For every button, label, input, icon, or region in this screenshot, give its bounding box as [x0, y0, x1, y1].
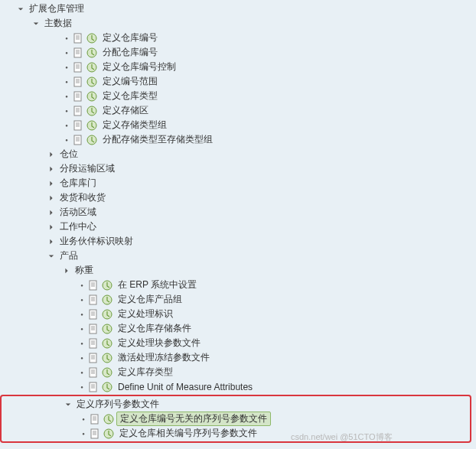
bullet-icon: ●	[61, 62, 72, 73]
tree-node-master-data[interactable]: 主数据	[0, 16, 476, 31]
chevron-right-icon[interactable]	[61, 265, 72, 276]
tree-leaf[interactable]: ●定义处理块参数文件	[0, 336, 476, 350]
execute-icon[interactable]	[101, 294, 113, 306]
node-label: 仓位	[57, 148, 78, 161]
document-icon	[72, 105, 84, 117]
execute-icon[interactable]	[101, 337, 113, 350]
tree-node-collapsed[interactable]: 仓库库门	[0, 176, 476, 190]
chevron-right-icon[interactable]	[46, 207, 57, 218]
tree-leaf[interactable]: ●定义处理标识	[0, 307, 476, 321]
execute-icon[interactable]	[86, 61, 98, 73]
node-label: 分配存储类型至存储类型组	[99, 133, 213, 146]
execute-icon[interactable]	[101, 323, 113, 335]
svg-rect-30	[90, 382, 96, 392]
document-icon	[87, 294, 99, 306]
chevron-down-icon[interactable]	[15, 4, 26, 15]
tree-leaf[interactable]: ●定义编号范围	[0, 74, 476, 89]
svg-rect-10	[74, 106, 81, 116]
node-label: 定义仓库编号无关的序列号参数文件	[116, 412, 271, 426]
tree-node-collapsed[interactable]: 分段运输区域	[0, 161, 476, 176]
tree-node-collapsed[interactable]: 称重	[0, 263, 476, 278]
tree-node-collapsed[interactable]: 发货和收货	[0, 190, 476, 205]
tree-leaf[interactable]: ●定义仓库编号控制	[0, 60, 476, 74]
bullet-icon: ●	[61, 47, 72, 58]
tree-leaf[interactable]: ●定义存储类型组	[0, 118, 476, 132]
bullet-icon: ●	[61, 120, 72, 131]
tree-leaf[interactable]: ●分配仓库编号	[0, 45, 476, 60]
tree-leaf[interactable]: ●定义仓库类型	[0, 89, 476, 103]
execute-icon[interactable]	[101, 352, 113, 364]
chevron-right-icon[interactable]	[46, 164, 57, 174]
bullet-icon: ●	[61, 76, 72, 87]
document-icon	[87, 366, 99, 379]
execute-icon[interactable]	[86, 134, 98, 146]
node-label: 分段运输区域	[57, 162, 115, 175]
execute-icon[interactable]	[101, 366, 113, 379]
svg-rect-8	[74, 92, 81, 101]
tree-leaf[interactable]: ●定义仓库存储条件	[0, 321, 476, 336]
tree-leaf[interactable]: ●定义库存类型	[0, 365, 476, 379]
document-icon	[87, 308, 99, 320]
chevron-right-icon[interactable]	[46, 193, 57, 203]
execute-icon[interactable]	[86, 76, 98, 88]
tree-node-collapsed[interactable]: 业务伙伴标识映射	[0, 234, 476, 249]
node-label: 定义处理标识	[115, 307, 173, 320]
execute-icon[interactable]	[103, 428, 115, 440]
node-label: 定义仓库相关编号序列号参数文件	[116, 427, 257, 440]
tree-node-root[interactable]: 扩展仓库管理	[0, 2, 476, 16]
chevron-down-icon[interactable]	[63, 399, 73, 410]
tree-leaf[interactable]: ●在 ERP 系统中设置	[0, 278, 476, 292]
execute-icon[interactable]	[86, 32, 98, 44]
bullet-icon: ●	[61, 106, 72, 116]
tree-leaf[interactable]: ●Define Unit of Measure Attributes	[0, 379, 476, 394]
node-label: 定义仓库产品组	[115, 293, 182, 306]
chevron-right-icon[interactable]	[46, 236, 57, 247]
node-label: 在 ERP 系统中设置	[115, 278, 197, 291]
tree-leaf-selected[interactable]: ● 定义仓库编号无关的序列号参数文件	[2, 412, 470, 426]
node-label: 活动区域	[57, 206, 96, 219]
bullet-icon: ●	[78, 428, 89, 439]
document-icon	[89, 413, 101, 425]
bullet-icon: ●	[77, 353, 87, 363]
chevron-down-icon[interactable]	[46, 251, 57, 262]
svg-rect-18	[90, 295, 96, 304]
bullet-icon: ●	[61, 135, 72, 145]
chevron-right-icon[interactable]	[46, 178, 57, 189]
tree-node-collapsed[interactable]: 仓位	[0, 147, 476, 161]
document-icon	[72, 90, 84, 102]
chevron-right-icon[interactable]	[46, 222, 57, 233]
svg-rect-4	[74, 63, 81, 72]
tree-leaf[interactable]: ●激活处理冻结参数文件	[0, 350, 476, 365]
chevron-right-icon[interactable]	[46, 149, 57, 160]
execute-icon[interactable]	[86, 47, 98, 59]
bullet-icon: ●	[77, 294, 87, 305]
bullet-icon: ●	[61, 91, 72, 102]
bullet-icon: ●	[77, 382, 87, 392]
svg-rect-16	[90, 281, 96, 290]
tree-node-serial[interactable]: 定义序列号参数文件	[2, 397, 470, 412]
watermark: csdn.net/wei @51CTO博客	[291, 431, 476, 443]
document-icon	[89, 428, 101, 440]
node-label: Define Unit of Measure Attributes	[115, 382, 253, 392]
execute-icon[interactable]	[86, 90, 98, 102]
node-label: 定义存储区	[99, 104, 148, 117]
execute-icon[interactable]	[101, 279, 113, 291]
node-label: 定义处理块参数文件	[115, 337, 201, 350]
execute-icon[interactable]	[101, 381, 113, 393]
node-label: 仓库库门	[57, 177, 96, 190]
chevron-down-icon[interactable]	[31, 18, 41, 29]
tree-node-collapsed[interactable]: 活动区域	[0, 205, 476, 220]
svg-rect-22	[90, 324, 96, 333]
document-icon	[87, 279, 99, 291]
tree-leaf[interactable]: ●分配存储类型至存储类型组	[0, 132, 476, 147]
node-label: 定义库存类型	[115, 366, 173, 379]
execute-icon[interactable]	[86, 119, 98, 132]
tree-leaf[interactable]: ●定义仓库编号	[0, 31, 476, 45]
tree-node-collapsed[interactable]: 工作中心	[0, 220, 476, 234]
execute-icon[interactable]	[86, 105, 98, 117]
execute-icon[interactable]	[101, 308, 113, 320]
tree-leaf[interactable]: ●定义存储区	[0, 103, 476, 118]
execute-icon[interactable]	[103, 413, 115, 425]
tree-leaf[interactable]: ●定义仓库产品组	[0, 292, 476, 307]
tree-node-product[interactable]: 产品	[0, 249, 476, 263]
